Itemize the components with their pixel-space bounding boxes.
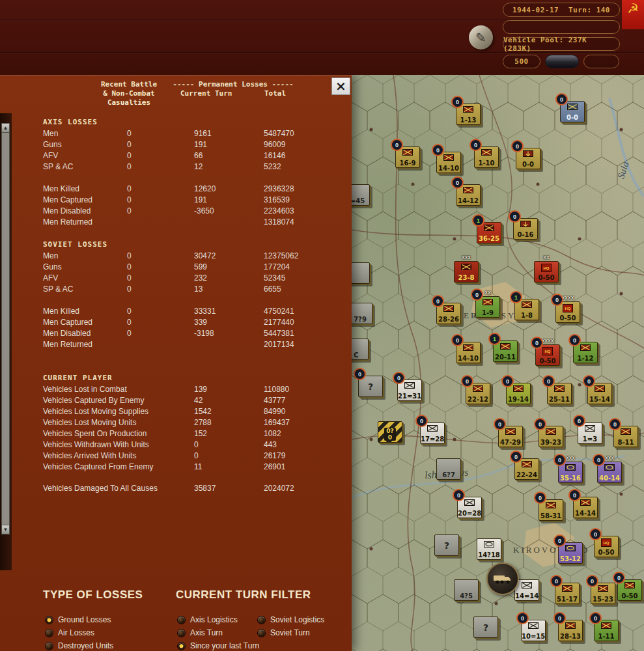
- radio-option-soviet-logistics[interactable]: Soviet Logistics: [258, 613, 324, 626]
- unit-count-badge: 0: [609, 418, 621, 430]
- map-unit-counter[interactable]: 6?7: [436, 458, 461, 480]
- inf-symbol-icon: [567, 104, 578, 110]
- radio-button-icon[interactable]: [258, 616, 265, 624]
- loss-row-value: 5447381: [264, 328, 294, 339]
- vehicle-depot-truck-icon[interactable]: [486, 562, 519, 595]
- unit-strength-value: 53-12: [559, 555, 582, 562]
- map-unit-counter[interactable]: XX01-9: [475, 296, 500, 318]
- hammer-sickle-icon: ☭: [627, 0, 639, 17]
- scroll-down-button[interactable]: ▼: [1, 525, 10, 534]
- map-unit-counter[interactable]: 0?0: [378, 421, 402, 443]
- map-unit-counter[interactable]: 010=15: [521, 620, 546, 641]
- value-500-button[interactable]: 500: [503, 55, 540, 68]
- map-unit-counter[interactable]: 00-0: [560, 101, 585, 122]
- loss-table-row: Men Captured0191316539: [0, 195, 352, 206]
- dark-oval-button[interactable]: [545, 55, 579, 68]
- toolbar-divider: [0, 19, 644, 20]
- map-unit-counter[interactable]: 11-8: [514, 299, 539, 320]
- map-unit-counter[interactable]: 020=28: [457, 497, 482, 518]
- map-unit-counter[interactable]: 019-14: [506, 383, 531, 404]
- unit-strength-value: 1-12: [574, 355, 597, 362]
- unit-strength-value: 15-14: [588, 396, 611, 403]
- map-unit-counter[interactable]: 015-14: [587, 383, 612, 404]
- unit-strength-value: 22-24: [515, 471, 539, 478]
- map-unit-counter[interactable]: 028-13: [558, 620, 583, 641]
- radio-button-icon[interactable]: [46, 630, 53, 637]
- hex-map[interactable]: SulaCHERKASSYlshaya VysKIROVOGRAD 01-130…: [352, 75, 644, 651]
- loss-table-row: Vehicles Captured From Enemy1126901: [0, 462, 352, 473]
- map-unit-counter[interactable]: 4?5: [454, 579, 479, 601]
- map-unit-counter[interactable]: XXX23-8: [454, 261, 479, 283]
- map-unit-counter[interactable]: 014-10: [456, 342, 481, 363]
- unit-strength-value: 14-14: [574, 510, 597, 517]
- map-unit-counter[interactable]: XXXX0HQ0-50: [555, 301, 580, 323]
- unit-strength-value: 16-9: [396, 159, 419, 167]
- radio-option-air-losses[interactable]: Air Losses: [46, 626, 113, 639]
- radio-button-icon[interactable]: [178, 630, 185, 637]
- map-unit-counter[interactable]: 021=31: [397, 380, 422, 401]
- losses-table: Vehicles Damaged To All Causes3583720240…: [0, 483, 352, 494]
- soviet-flag-icon: ☭: [622, 0, 644, 29]
- map-unit-counter[interactable]: 0?: [358, 376, 383, 397]
- loss-row-value: 6655: [264, 284, 281, 295]
- map-unit-counter[interactable]: [352, 262, 370, 284]
- map-unit-counter[interactable]: XXX035-16: [558, 462, 583, 483]
- map-unit-counter[interactable]: 120-11: [493, 340, 518, 362]
- map-unit-counter[interactable]: 025-11: [547, 383, 572, 404]
- map-unit-counter[interactable]: 047-29: [498, 426, 523, 447]
- map-unit-counter[interactable]: 01=3: [578, 422, 602, 444]
- map-unit-counter[interactable]: 7?9: [352, 303, 372, 324]
- radio-button-icon[interactable]: [258, 630, 265, 637]
- unit-strength-value: 14=14: [515, 592, 539, 600]
- map-unit-counter[interactable]: 0HQ0-50: [594, 536, 619, 557]
- loss-row-value: 1542: [194, 406, 212, 417]
- radio-button-icon[interactable]: [46, 643, 53, 650]
- map-unit-counter[interactable]: 00-0: [516, 148, 540, 169]
- edit-pencil-button[interactable]: ✎: [469, 25, 493, 49]
- map-unit-counter[interactable]: 053-12: [558, 542, 583, 564]
- radio-option-destroyed-units[interactable]: Destroyed Units: [46, 639, 113, 651]
- map-unit-counter[interactable]: 00-16: [513, 218, 538, 240]
- map-unit-counter[interactable]: =45: [352, 184, 370, 206]
- map-unit-counter[interactable]: 014-14: [573, 497, 598, 518]
- map-unit-counter[interactable]: C: [352, 339, 369, 360]
- unit-count-badge: 0: [589, 612, 602, 624]
- radio-label: Axis Turn: [190, 628, 223, 637]
- map-unit-counter[interactable]: 017=28: [420, 422, 445, 444]
- map-unit-counter[interactable]: ?: [434, 534, 459, 556]
- map-unit-counter[interactable]: 039-23: [539, 426, 563, 447]
- map-unit-counter[interactable]: 016-9: [395, 146, 420, 168]
- map-unit-counter[interactable]: 00-50: [617, 579, 642, 601]
- close-button[interactable]: ×: [331, 77, 350, 95]
- map-unit-counter[interactable]: 01-13: [456, 104, 481, 125]
- radio-option-soviet-turn[interactable]: Soviet Turn: [258, 626, 324, 639]
- radio-option-axis-logistics[interactable]: Axis Logistics: [178, 613, 259, 626]
- map-unit-counter[interactable]: ?: [473, 616, 498, 638]
- map-unit-counter[interactable]: 015-23: [591, 583, 615, 604]
- radio-button-icon[interactable]: [46, 616, 53, 624]
- map-unit-counter[interactable]: 022-24: [514, 458, 539, 480]
- loss-row-value: 12375062: [264, 251, 298, 262]
- radio-option-axis-turn[interactable]: Axis Turn: [178, 626, 259, 639]
- hq-symbol-icon: HQ: [563, 304, 573, 312]
- map-unit-counter[interactable]: 01-10: [474, 146, 499, 168]
- map-unit-counter[interactable]: XXXX0HQ0-50: [535, 344, 560, 366]
- map-unit-counter[interactable]: 14?18: [477, 538, 501, 560]
- map-unit-counter[interactable]: 136-25: [477, 222, 501, 243]
- map-unit-counter[interactable]: XXHQ0-50: [534, 261, 559, 283]
- radio-button-icon[interactable]: [178, 616, 185, 624]
- map-unit-counter[interactable]: 058-31: [539, 499, 563, 521]
- radio-button-icon[interactable]: [178, 643, 185, 650]
- map-unit-counter[interactable]: 014-10: [436, 152, 461, 173]
- map-unit-counter[interactable]: 08-11: [613, 426, 638, 447]
- radio-option-ground-losses[interactable]: Ground Losses: [46, 613, 113, 626]
- map-unit-counter[interactable]: XXX040-14: [597, 462, 622, 483]
- map-unit-counter[interactable]: 01-12: [573, 342, 598, 363]
- map-unit-counter[interactable]: 028-26: [436, 303, 461, 324]
- map-unit-counter[interactable]: 01-11: [594, 620, 619, 641]
- map-unit-counter[interactable]: 051-17: [555, 583, 580, 604]
- map-unit-counter[interactable]: 022-12: [466, 383, 490, 404]
- loss-row-value: 11: [194, 462, 202, 473]
- radio-option-since-your-last-turn[interactable]: Since your last Turn: [178, 639, 259, 651]
- map-unit-counter[interactable]: 014-12: [456, 184, 481, 206]
